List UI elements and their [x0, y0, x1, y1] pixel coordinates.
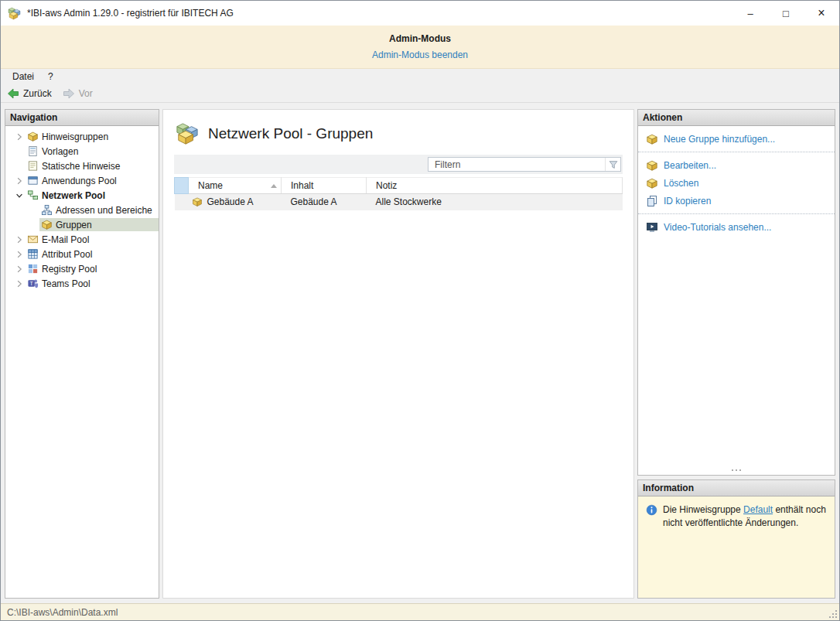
address-range-icon — [41, 204, 53, 216]
cell-notiz: Alle Stockwerke — [367, 194, 623, 211]
forward-button-label: Vor — [79, 88, 93, 99]
nav-item-label: Vorlagen — [42, 146, 78, 157]
filter-strip — [174, 155, 623, 174]
admin-mode-exit-link[interactable]: Admin-Modus beenden — [372, 49, 468, 60]
menu-datei[interactable]: Datei — [5, 69, 41, 84]
chevron-right-icon — [15, 264, 24, 274]
action-group: Video-Tutorials ansehen... — [638, 214, 835, 240]
cell-inhalt: Gebäude A — [282, 194, 367, 211]
maximize-button[interactable]: □ — [768, 1, 804, 26]
cell-name: Gebäude A — [189, 194, 282, 211]
action-group: Neue Gruppe hinzufügen... — [638, 126, 835, 152]
information-message: Die Hinweisgruppe Default enthält noch n… — [638, 496, 835, 537]
action-group: Bearbeiten... Löschen ID kopieren — [638, 152, 835, 214]
nav-item-label: Adressen und Bereiche — [56, 205, 152, 216]
panel-splitter[interactable] — [638, 466, 835, 475]
mail-icon — [27, 234, 39, 245]
expander[interactable] — [13, 263, 26, 275]
table-selector-header[interactable] — [175, 178, 189, 194]
registry-icon — [27, 263, 39, 275]
right-column: Aktionen Neue Gruppe hinzufügen... Bearb… — [637, 109, 835, 599]
app-window-icon — [27, 175, 39, 186]
filter-input[interactable] — [429, 159, 605, 170]
table-header-name[interactable]: Name — [189, 178, 282, 194]
nav-item-vorlagen[interactable]: Vorlagen — [5, 144, 159, 159]
titlebar: *IBI-aws Admin 1.29.0 - registriert für … — [1, 1, 839, 26]
main-area: Navigation Hinweisgruppen Vorlagen Stati… — [1, 103, 839, 603]
nav-item-label: Teams Pool — [42, 278, 90, 289]
close-button[interactable]: × — [804, 1, 839, 26]
table-header-notiz[interactable]: Notiz — [367, 178, 623, 194]
package-icon — [41, 219, 53, 230]
nav-item-netzwerk-pool[interactable]: Netzwerk Pool — [5, 188, 159, 203]
forward-button[interactable]: Vor — [63, 87, 93, 100]
menubar: Datei ? — [1, 69, 839, 84]
admin-mode-label: Admin-Modus — [1, 33, 839, 44]
expander[interactable] — [13, 248, 26, 261]
nav-item-hinweisgruppen[interactable]: Hinweisgruppen — [5, 129, 159, 144]
package-icon — [192, 196, 203, 207]
expander[interactable] — [13, 278, 26, 290]
nav-item-label: Hinweisgruppen — [42, 131, 108, 142]
nav-item-label: E-Mail Pool — [42, 234, 89, 245]
nav-item-label: Gruppen — [56, 220, 92, 230]
nav-item-label: Netzwerk Pool — [42, 190, 105, 201]
window-title: *IBI-aws Admin 1.29.0 - registriert für … — [27, 8, 234, 19]
page-title-row: Netzwerk Pool - Gruppen — [163, 110, 633, 155]
nav-item-label: Anwendungs Pool — [42, 176, 117, 186]
expander[interactable] — [13, 234, 26, 246]
package-edit-icon — [646, 159, 658, 172]
information-header: Information — [638, 480, 835, 496]
nav-item-email-pool[interactable]: E-Mail Pool — [5, 232, 159, 247]
video-icon — [646, 221, 658, 234]
expander[interactable] — [13, 189, 26, 202]
action-bearbeiten[interactable]: Bearbeiten... — [646, 156, 827, 174]
template-icon — [27, 145, 39, 157]
boxes-icon — [176, 122, 199, 145]
groups-table: Name Inhalt Notiz — [174, 177, 623, 210]
package-add-icon — [646, 133, 658, 145]
expander — [13, 145, 26, 158]
menu-help[interactable]: ? — [41, 69, 60, 84]
minimize-button[interactable]: – — [732, 1, 768, 26]
navigation-panel: Navigation Hinweisgruppen Vorlagen Stati… — [5, 109, 159, 599]
information-panel: Information Die Hinweisgruppe Default en… — [637, 479, 835, 599]
toolbar: Zurück Vor — [1, 84, 839, 103]
nav-item-registry-pool[interactable]: Registry Pool — [5, 261, 159, 276]
expander — [13, 160, 26, 172]
table-row[interactable]: Gebäude A Gebäude A Alle Stockwerke — [175, 194, 623, 211]
back-arrow-icon — [7, 87, 19, 100]
nav-item-label: Attribut Pool — [42, 249, 92, 260]
expander[interactable] — [13, 175, 26, 187]
nav-item-gruppen[interactable]: Gruppen — [5, 217, 159, 232]
action-id-kopieren[interactable]: ID kopieren — [646, 192, 827, 210]
expander[interactable] — [13, 131, 26, 143]
action-video-tutorials[interactable]: Video-Tutorials ansehen... — [646, 218, 827, 236]
back-button-label: Zurück — [23, 88, 52, 99]
navigation-header: Navigation — [5, 110, 159, 126]
back-button[interactable]: Zurück — [7, 87, 52, 100]
expander — [27, 219, 39, 231]
action-neue-gruppe-hinzufuegen[interactable]: Neue Gruppe hinzufügen... — [646, 130, 827, 148]
resize-grip[interactable] — [828, 609, 838, 619]
actions-panel: Aktionen Neue Gruppe hinzufügen... Bearb… — [637, 109, 835, 476]
table-grid-icon — [27, 248, 39, 260]
network-icon — [27, 189, 39, 201]
chevron-down-icon — [15, 191, 24, 200]
nav-item-attribut-pool[interactable]: Attribut Pool — [5, 247, 159, 261]
chevron-right-icon — [15, 279, 24, 288]
actions-header: Aktionen — [638, 110, 835, 126]
nav-item-statische-hinweise[interactable]: Statische Hinweise — [5, 159, 159, 173]
filter-button[interactable] — [605, 158, 620, 171]
nav-item-adressen-und-bereiche[interactable]: Adressen und Bereiche — [5, 203, 159, 217]
action-loeschen[interactable]: Löschen — [646, 174, 827, 192]
nav-item-teams-pool[interactable]: Teams Pool — [5, 276, 159, 291]
admin-mode-banner: Admin-Modus Admin-Modus beenden — [1, 26, 839, 69]
table-header-inhalt[interactable]: Inhalt — [282, 178, 367, 194]
nav-item-anwendungs-pool[interactable]: Anwendungs Pool — [5, 173, 159, 188]
copy-icon — [646, 195, 658, 207]
app-logo-icon — [8, 7, 21, 20]
statusbar: C:\IBI-aws\Admin\Data.xml — [1, 603, 839, 620]
content-panel: Netzwerk Pool - Gruppen Name — [162, 109, 634, 599]
default-group-link[interactable]: Default — [743, 504, 773, 515]
